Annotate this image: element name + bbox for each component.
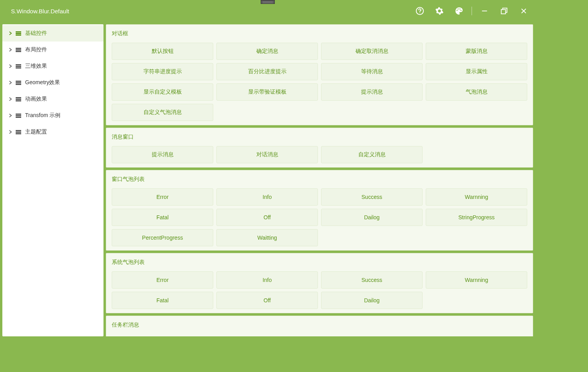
section-title: 消息窗口 — [112, 134, 527, 141]
titlebar-divider — [472, 7, 472, 15]
grid-button[interactable]: 提示消息 — [112, 146, 213, 163]
grid-button[interactable]: PercentProgress — [112, 229, 213, 246]
grid-button[interactable]: StringProgress — [426, 209, 527, 226]
svg-rect-19 — [16, 97, 21, 98]
svg-rect-26 — [16, 132, 21, 133]
svg-point-1 — [419, 13, 420, 13]
folder-icon — [16, 130, 21, 134]
grid-button[interactable]: 对话消息 — [216, 146, 318, 163]
chevron-right-icon — [9, 48, 13, 52]
svg-rect-23 — [16, 115, 21, 116]
svg-rect-27 — [16, 133, 21, 134]
sidebar-item-1[interactable]: 布局控件 — [2, 42, 103, 58]
app-window: S.Window.Blur.Default 基础控件布局控 — [0, 0, 535, 339]
folder-icon — [16, 113, 21, 118]
svg-rect-16 — [16, 81, 21, 82]
main-panel[interactable]: 对话框默认按钮确定消息确定取消消息蒙版消息字符串进度提示百分比进度提示等待消息显… — [106, 24, 533, 336]
svg-rect-18 — [16, 84, 21, 85]
sidebar-item-label: 主题配置 — [25, 128, 47, 135]
svg-rect-8 — [16, 33, 21, 34]
chevron-right-icon — [9, 97, 13, 101]
svg-rect-20 — [16, 99, 21, 100]
grid-button[interactable]: 确定取消消息 — [321, 43, 423, 60]
sidebar-item-label: 三维效果 — [25, 63, 47, 70]
grid-button[interactable]: 百分比进度提示 — [216, 63, 318, 80]
svg-rect-24 — [16, 117, 21, 118]
grid-button[interactable]: 等待消息 — [321, 63, 423, 80]
sidebar-item-0[interactable]: 基础控件 — [2, 25, 103, 42]
palette-icon[interactable] — [452, 4, 466, 18]
button-grid: 提示消息对话消息自定义消息 — [112, 146, 527, 163]
grid-button[interactable]: Warnning — [426, 271, 527, 289]
folder-icon — [16, 80, 21, 85]
grid-button[interactable]: 字符串进度提示 — [112, 63, 213, 80]
grid-button[interactable]: Waitting — [216, 229, 318, 246]
svg-rect-17 — [16, 82, 21, 83]
close-button[interactable] — [517, 4, 531, 18]
minimize-button[interactable] — [477, 4, 492, 18]
button-grid: 默认按钮确定消息确定取消消息蒙版消息字符串进度提示百分比进度提示等待消息显示属性… — [112, 43, 527, 121]
window-title: S.Window.Blur.Default — [11, 8, 69, 14]
section-0: 对话框默认按钮确定消息确定取消消息蒙版消息字符串进度提示百分比进度提示等待消息显… — [106, 24, 533, 125]
svg-rect-25 — [16, 130, 21, 131]
grid-button[interactable]: Success — [321, 271, 423, 289]
svg-rect-10 — [16, 48, 21, 49]
sidebar-item-2[interactable]: 三维效果 — [2, 58, 103, 74]
grid-button[interactable]: Dailog — [321, 209, 423, 226]
section-title: 对话框 — [112, 30, 527, 37]
grid-button[interactable]: 确定消息 — [216, 43, 318, 60]
help-icon[interactable] — [413, 4, 427, 18]
grid-button[interactable]: Off — [216, 209, 318, 226]
grid-button[interactable]: Info — [216, 188, 318, 206]
grid-button[interactable]: Off — [216, 292, 318, 309]
section-2: 窗口气泡列表ErrorInfoSuccessWarnningFatalOffDa… — [106, 170, 533, 251]
button-grid: ErrorInfoSuccessWarnningFatalOffDailog — [112, 271, 527, 309]
grid-button[interactable]: Info — [216, 271, 318, 289]
svg-rect-12 — [16, 51, 21, 52]
sidebar-item-label: Transfom 示例 — [25, 112, 61, 119]
grid-button[interactable]: Dailog — [321, 292, 423, 309]
button-grid: ErrorInfoSuccessWarnningFatalOffDailogSt… — [112, 188, 527, 246]
grid-button[interactable]: 显示属性 — [426, 63, 527, 80]
grid-button[interactable]: 蒙版消息 — [426, 43, 527, 60]
grid-button[interactable]: Warnning — [426, 188, 527, 206]
grid-button[interactable]: Error — [112, 271, 213, 289]
svg-rect-7 — [16, 31, 21, 33]
grid-button[interactable]: Fatal — [112, 209, 213, 226]
chevron-right-icon — [9, 64, 13, 68]
sidebar-item-4[interactable]: 动画效果 — [2, 91, 103, 107]
sidebar-item-label: 布局控件 — [25, 46, 47, 53]
gear-icon[interactable] — [432, 4, 446, 18]
grid-button[interactable]: 自定义气泡消息 — [112, 104, 213, 121]
grid-button[interactable]: 提示消息 — [321, 83, 423, 101]
section-title: 窗口气泡列表 — [112, 176, 527, 183]
grid-button[interactable]: 显示带验证模板 — [216, 83, 318, 101]
svg-rect-15 — [16, 67, 21, 69]
sidebar-item-6[interactable]: 主题配置 — [2, 124, 103, 140]
folder-icon — [16, 64, 21, 69]
section-4: 任务栏消息 — [106, 316, 533, 336]
sidebar-item-5[interactable]: Transfom 示例 — [2, 107, 103, 124]
grid-button[interactable]: Error — [112, 188, 213, 206]
maximize-button[interactable] — [497, 4, 511, 18]
svg-rect-11 — [16, 49, 21, 51]
folder-icon — [16, 47, 21, 52]
grid-button[interactable]: 显示自定义模板 — [112, 83, 213, 101]
sidebar: 基础控件布局控件三维效果Geometry效果动画效果Transfom 示例主题配… — [2, 24, 103, 336]
grid-button[interactable]: 自定义消息 — [321, 146, 423, 163]
svg-rect-21 — [16, 100, 21, 101]
titlebar[interactable]: S.Window.Blur.Default — [0, 0, 535, 22]
titlebar-controls — [413, 4, 531, 18]
grid-button[interactable]: Fatal — [112, 292, 213, 309]
chevron-right-icon — [9, 130, 13, 134]
sidebar-item-3[interactable]: Geometry效果 — [2, 74, 103, 91]
drag-handle[interactable] — [261, 0, 275, 4]
sidebar-item-label: Geometry效果 — [25, 79, 60, 86]
section-3: 系统气泡列表ErrorInfoSuccessWarnningFatalOffDa… — [106, 253, 533, 313]
grid-button[interactable]: 气泡消息 — [426, 83, 527, 101]
grid-button[interactable]: Success — [321, 188, 423, 206]
svg-rect-13 — [16, 64, 21, 65]
section-title: 任务栏消息 — [112, 321, 527, 329]
folder-icon — [16, 31, 21, 36]
grid-button[interactable]: 默认按钮 — [112, 43, 213, 60]
